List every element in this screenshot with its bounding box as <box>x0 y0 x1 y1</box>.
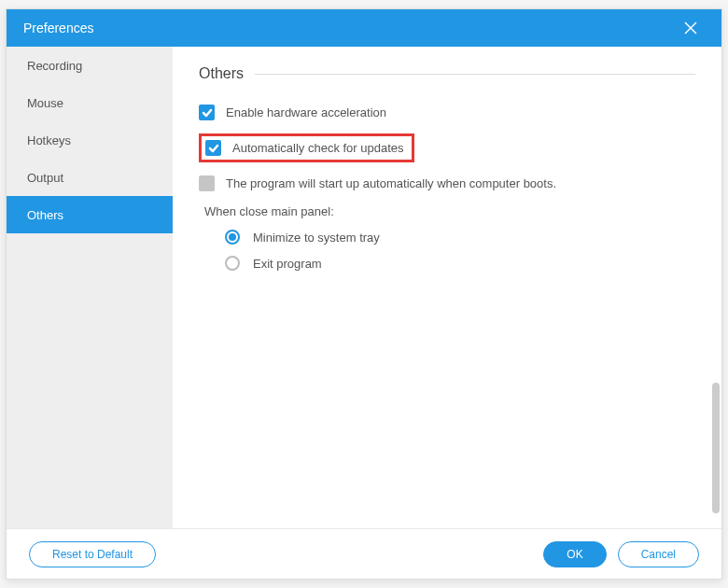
titlebar: Preferences <box>7 9 721 47</box>
option-label: The program will start up automatically … <box>226 176 556 190</box>
radio-label: Exit program <box>253 257 322 271</box>
radio-label: Minimize to system tray <box>253 231 380 245</box>
sidebar: Recording Mouse Hotkeys Output Others <box>7 47 173 528</box>
sidebar-item-hotkeys[interactable]: Hotkeys <box>7 121 173 159</box>
highlight-box: Automatically check for updates <box>199 133 414 162</box>
option-label: Automatically check for updates <box>232 141 404 155</box>
window-body: Recording Mouse Hotkeys Output Others Ot… <box>7 47 721 528</box>
footer: Reset to Default OK Cancel <box>7 528 721 579</box>
option-startup[interactable]: The program will start up automatically … <box>199 175 695 191</box>
radio-exit[interactable]: Exit program <box>225 256 695 271</box>
scrollbar-thumb[interactable] <box>712 383 720 513</box>
sidebar-item-recording[interactable]: Recording <box>7 47 173 84</box>
ok-button[interactable]: OK <box>543 541 606 567</box>
section-divider <box>255 74 695 75</box>
preferences-window: Preferences Recording Mouse Hotkeys Outp… <box>6 8 722 580</box>
reset-button[interactable]: Reset to Default <box>29 541 156 567</box>
sidebar-item-mouse[interactable]: Mouse <box>7 84 173 121</box>
cancel-button[interactable]: Cancel <box>618 541 699 567</box>
checkmark-icon <box>202 107 213 119</box>
option-auto-update[interactable]: Automatically check for updates <box>205 140 404 156</box>
radio-button-minimize[interactable] <box>225 230 240 245</box>
content-panel: Others Enable hardware acceleration Auto… <box>173 47 721 528</box>
sidebar-item-output[interactable]: Output <box>7 159 173 196</box>
checkmark-icon <box>208 143 219 154</box>
window-title: Preferences <box>23 21 677 35</box>
radio-button-exit[interactable] <box>225 256 240 271</box>
option-label: Enable hardware acceleration <box>226 105 386 119</box>
checkbox-hardware-accel[interactable] <box>199 105 215 120</box>
radio-minimize[interactable]: Minimize to system tray <box>225 230 695 245</box>
section-title: Others <box>199 65 244 82</box>
close-icon <box>683 21 698 35</box>
sidebar-item-others[interactable]: Others <box>7 196 173 233</box>
option-hardware-accel[interactable]: Enable hardware acceleration <box>199 105 695 120</box>
close-button[interactable] <box>677 14 705 42</box>
checkbox-startup[interactable] <box>199 175 215 191</box>
close-panel-label: When close main panel: <box>204 204 695 218</box>
checkbox-auto-update[interactable] <box>205 140 221 156</box>
